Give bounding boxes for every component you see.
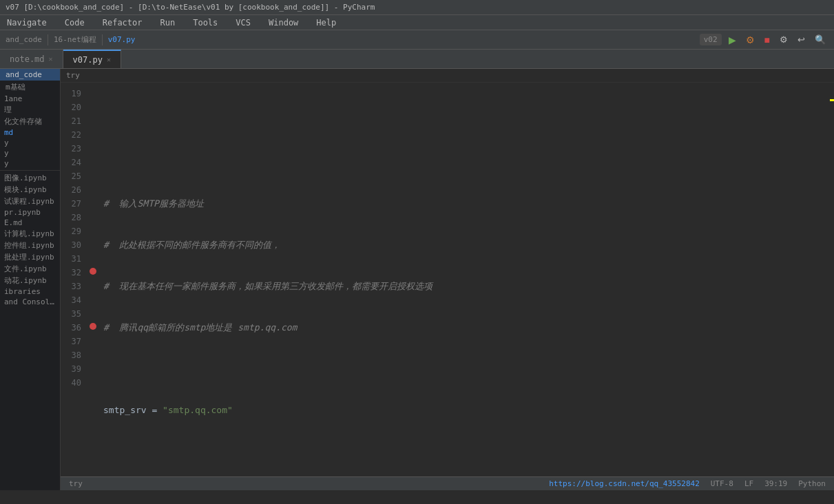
tab-v07-py-close[interactable]: ✕ — [107, 56, 111, 63]
code-line-23: # 现在基本任何一家邮件服务商，如果采用第三方收发邮件，都需要开启授权选项 — [103, 280, 828, 293]
menu-vcs[interactable]: VCS — [231, 17, 255, 29]
toolbar-version: v02 — [700, 34, 722, 45]
code-line-26: smtp_srv = "smtp.qq.com" — [103, 403, 828, 417]
code-area[interactable]: 19 20 21 22 23 24 25 26 27 28 29 30 31 3… — [61, 83, 834, 490]
breakpoint-32[interactable] — [90, 268, 96, 275]
tab-v07-py[interactable]: v07.py ✕ — [63, 50, 121, 68]
main-area: and_code m基础 1ane 理 化文件存储 md y y y 图像.ip… — [0, 69, 834, 490]
tree-item-controls[interactable]: 控件组.ipynb — [0, 240, 60, 251]
code-line-27 — [103, 445, 828, 459]
status-encoding: UTF-8 — [711, 479, 733, 488]
status-line-ending: LF — [744, 479, 753, 488]
line-numbers: 19 20 21 22 23 24 25 26 27 28 29 30 31 3… — [61, 85, 90, 490]
sidebar-item-and-code[interactable]: and_code — [0, 69, 60, 81]
menu-run[interactable]: Run — [156, 17, 180, 29]
tree-item-e-md[interactable]: E.md — [0, 218, 60, 228]
status-lang: Python — [798, 479, 826, 488]
sidebar: and_code m基础 1ane 理 化文件存储 md y y y 图像.ip… — [0, 69, 61, 490]
tree-item-course[interactable]: 试课程.ipynb — [0, 196, 60, 207]
tab-note-md-label: note.md — [10, 54, 45, 64]
code-line-19 — [103, 114, 828, 128]
toolbar-sep-1 — [48, 34, 48, 45]
toolbar: and_code 16-net编程 v07.py v02 ▶ ⚙ ■ ⚙ ↩ 🔍 — [0, 30, 834, 50]
tree-item-flowers[interactable]: 动花.ipynb — [0, 275, 60, 286]
menu-help[interactable]: Help — [312, 17, 340, 29]
tree-item-libraries[interactable]: ibraries — [0, 286, 60, 297]
search-everywhere-button[interactable]: 🔍 — [812, 33, 828, 46]
breakpoint-area — [90, 85, 101, 490]
toolbar-sep-2 — [102, 34, 103, 45]
tree-item-image[interactable]: 图像.ipynb — [0, 172, 60, 184]
sidebar-item-m-basics[interactable]: m基础 — [0, 81, 60, 94]
tree-item-and-consoles[interactable]: and Consoles — [0, 297, 60, 307]
status-position: 39:19 — [764, 479, 787, 488]
toolbar-vcs-label: 16-net编程 — [54, 34, 96, 45]
status-link[interactable]: https://blog.csdn.net/qq_43552842 — [549, 479, 700, 488]
code-line-22: # 此处根据不同的邮件服务商有不同的值， — [103, 238, 828, 252]
code-line-20 — [103, 156, 828, 169]
status-left: try — [69, 479, 83, 488]
code-line-24: # 腾讯qq邮箱所的smtp地址是 smtp.qq.com — [103, 321, 828, 335]
breadcrumb-text: try — [66, 71, 80, 80]
tab-v07-py-label: v07.py — [73, 55, 103, 65]
tree-item-y3[interactable]: y — [0, 158, 60, 169]
debug-button[interactable]: ⚙ — [743, 33, 758, 47]
menu-code[interactable]: Code — [61, 17, 89, 29]
toolbar-project-name: and_code — [6, 35, 42, 44]
toolbar-file-label: v07.py — [108, 35, 136, 44]
tree-item-y2[interactable]: y — [0, 148, 60, 158]
tree-item-batch[interactable]: 批处理.ipynb — [0, 251, 60, 263]
tree-item-md[interactable]: md — [0, 127, 60, 138]
stop-button[interactable]: ■ — [762, 33, 773, 47]
menu-navigate[interactable]: Navigate — [3, 17, 51, 29]
tree-item-file-storage[interactable]: 化文件存储 — [0, 116, 60, 127]
settings-button[interactable]: ⚙ — [777, 33, 791, 46]
title-bar: v07 [D:\cookbook_and_code] - [D:\to-NetE… — [0, 0, 834, 15]
breadcrumb-bar: try — [61, 69, 834, 83]
tree-item-files[interactable]: 文件.ipynb — [0, 263, 60, 275]
breakpoint-36[interactable] — [90, 323, 96, 330]
tree-item-module[interactable]: 模块.ipynb — [0, 184, 60, 196]
tree-item-lane[interactable]: 1ane — [0, 94, 60, 104]
run-button[interactable]: ▶ — [726, 33, 739, 47]
tree-item-li[interactable]: 理 — [0, 104, 60, 116]
tab-note-md-close[interactable]: ✕ — [49, 55, 53, 63]
menu-tools[interactable]: Tools — [189, 17, 222, 29]
menu-bar: Navigate Code Refactor Run Tools VCS Win… — [0, 15, 834, 30]
right-gutter — [828, 85, 834, 490]
tab-note-md[interactable]: note.md ✕ — [0, 50, 63, 68]
code-line-21: # 输入SMTP服务器地址 — [103, 197, 828, 211]
gutter-mark-top — [830, 99, 834, 101]
tree-item-calc[interactable]: 计算机.ipynb — [0, 228, 60, 240]
tree-item-pr[interactable]: pr.ipynb — [0, 207, 60, 218]
editor[interactable]: try 19 20 21 22 23 24 25 26 27 28 29 30 … — [61, 69, 834, 490]
tab-bar: note.md ✕ v07.py ✕ — [0, 50, 834, 69]
status-bar: try https://blog.csdn.net/qq_43552842 UT… — [61, 476, 834, 490]
code-lines[interactable]: # 输入SMTP服务器地址 # 此处根据不同的邮件服务商有不同的值， # 现在基… — [101, 85, 828, 490]
status-right: https://blog.csdn.net/qq_43552842 UTF-8 … — [549, 479, 826, 488]
title-text: v07 [D:\cookbook_and_code] - [D:\to-NetE… — [6, 3, 375, 12]
tree-item-y1[interactable]: y — [0, 138, 60, 148]
code-line-25 — [103, 362, 828, 376]
undo-button[interactable]: ↩ — [795, 33, 808, 46]
menu-window[interactable]: Window — [264, 17, 302, 29]
menu-refactor[interactable]: Refactor — [98, 17, 147, 29]
